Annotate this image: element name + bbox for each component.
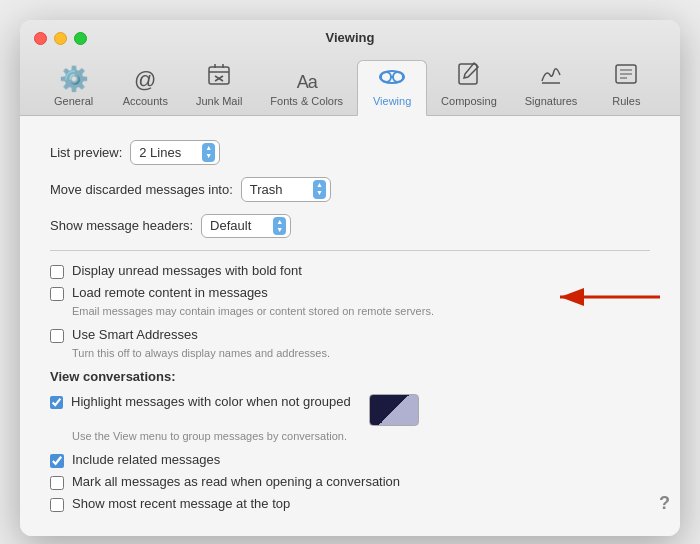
red-arrow-annotation xyxy=(550,285,670,313)
highlight-label[interactable]: Highlight messages with color when not g… xyxy=(71,394,351,409)
composing-label: Composing xyxy=(441,95,497,107)
move-discarded-select[interactable]: Trash ▲ ▼ xyxy=(241,177,331,202)
junk-mail-icon xyxy=(206,61,232,93)
composing-icon xyxy=(456,61,482,93)
select-arrows-icon2: ▲ ▼ xyxy=(313,180,326,199)
highlight-sublabel: Use the View menu to group messages by c… xyxy=(72,430,650,442)
color-swatch[interactable] xyxy=(369,394,419,426)
viewing-icon xyxy=(378,67,406,93)
accounts-label: Accounts xyxy=(123,95,168,107)
show-recent-label[interactable]: Show most recent message at the top xyxy=(72,496,290,511)
viewing-label: Viewing xyxy=(373,95,411,107)
use-smart-checkbox[interactable] xyxy=(50,329,64,343)
svg-point-7 xyxy=(381,72,391,82)
load-remote-label[interactable]: Load remote content in messages xyxy=(72,285,268,300)
maximize-button[interactable] xyxy=(74,32,87,45)
list-preview-select[interactable]: 2 Lines ▲ ▼ xyxy=(130,140,220,165)
show-recent-checkbox[interactable] xyxy=(50,498,64,512)
highlight-checkbox[interactable] xyxy=(50,396,63,409)
divider1 xyxy=(50,250,650,251)
list-preview-row: List preview: 2 Lines ▲ ▼ xyxy=(50,140,650,165)
general-icon: ⚙️ xyxy=(59,65,89,93)
fonts-label: Fonts & Colors xyxy=(270,95,343,107)
toolbar-item-composing[interactable]: Composing xyxy=(427,55,511,115)
view-conversations-title: View conversations: xyxy=(50,369,650,384)
mark-all-checkbox[interactable] xyxy=(50,476,64,490)
include-related-label[interactable]: Include related messages xyxy=(72,452,220,467)
use-smart-label[interactable]: Use Smart Addresses xyxy=(72,327,198,342)
minimize-button[interactable] xyxy=(54,32,67,45)
use-smart-row: Use Smart Addresses xyxy=(50,325,650,345)
fonts-icon: Aa xyxy=(297,72,317,93)
toolbar: ⚙️ General @ Accounts xyxy=(34,55,666,115)
help-icon: ? xyxy=(659,493,670,513)
general-label: General xyxy=(54,95,93,107)
rules-label: Rules xyxy=(612,95,640,107)
svg-rect-10 xyxy=(459,64,477,84)
include-related-checkbox[interactable] xyxy=(50,454,64,468)
traffic-lights xyxy=(34,32,87,45)
load-remote-container: Load remote content in messages Email me… xyxy=(50,283,650,317)
accounts-icon: @ xyxy=(134,67,156,93)
move-discarded-row: Move discarded messages into: Trash ▲ ▼ xyxy=(50,177,650,202)
display-unread-label[interactable]: Display unread messages with bold font xyxy=(72,263,302,278)
toolbar-item-fonts-colors[interactable]: Aa Fonts & Colors xyxy=(256,66,357,115)
display-unread-row: Display unread messages with bold font xyxy=(50,261,650,281)
rules-icon xyxy=(613,61,639,93)
toolbar-item-general[interactable]: ⚙️ General xyxy=(39,59,109,115)
show-headers-label: Show message headers: xyxy=(50,218,193,233)
select-arrows-icon: ▲ ▼ xyxy=(202,143,215,162)
toolbar-item-rules[interactable]: Rules xyxy=(591,55,661,115)
window-title: Viewing xyxy=(326,30,375,45)
toolbar-item-accounts[interactable]: @ Accounts xyxy=(109,61,182,115)
show-recent-row: Show most recent message at the top xyxy=(50,494,650,514)
show-headers-select[interactable]: Default ▲ ▼ xyxy=(201,214,291,239)
toolbar-item-junk-mail[interactable]: Junk Mail xyxy=(182,55,256,115)
signatures-label: Signatures xyxy=(525,95,578,107)
signatures-icon xyxy=(538,61,564,93)
mark-all-label[interactable]: Mark all messages as read when opening a… xyxy=(72,474,400,489)
select-arrows-icon3: ▲ ▼ xyxy=(273,217,286,236)
toolbar-item-viewing[interactable]: Viewing xyxy=(357,60,427,116)
titlebar: Viewing ⚙️ General @ Accounts xyxy=(20,20,680,116)
watermark: ? xyxy=(659,493,670,514)
highlight-row: Highlight messages with color when not g… xyxy=(50,392,650,428)
list-preview-label: List preview: xyxy=(50,145,122,160)
display-unread-checkbox[interactable] xyxy=(50,265,64,279)
preferences-window: Viewing ⚙️ General @ Accounts xyxy=(20,20,680,536)
load-remote-row: Load remote content in messages xyxy=(50,283,650,303)
settings-content: List preview: 2 Lines ▲ ▼ Move discarded… xyxy=(20,116,680,536)
toolbar-item-signatures[interactable]: Signatures xyxy=(511,55,592,115)
mark-all-row: Mark all messages as read when opening a… xyxy=(50,472,650,492)
load-remote-checkbox[interactable] xyxy=(50,287,64,301)
include-related-row: Include related messages xyxy=(50,450,650,470)
show-headers-row: Show message headers: Default ▲ ▼ xyxy=(50,214,650,239)
svg-rect-0 xyxy=(209,67,229,84)
svg-point-8 xyxy=(393,72,403,82)
close-button[interactable] xyxy=(34,32,47,45)
junk-mail-label: Junk Mail xyxy=(196,95,242,107)
move-discarded-label: Move discarded messages into: xyxy=(50,182,233,197)
use-smart-sublabel: Turn this off to always display names an… xyxy=(72,347,650,359)
